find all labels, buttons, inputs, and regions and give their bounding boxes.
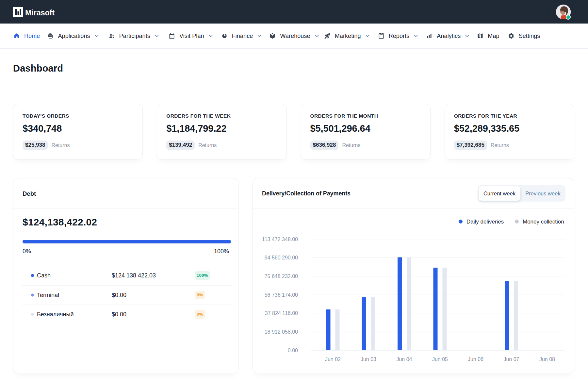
svg-text:Jun 04: Jun 04: [396, 356, 412, 362]
svg-text:37 824 116.00: 37 824 116.00: [265, 310, 298, 316]
svg-text:Jun 03: Jun 03: [361, 356, 376, 362]
svg-text:56 736 174.00: 56 736 174.00: [265, 292, 298, 298]
svg-text:18 912 058.00: 18 912 058.00: [265, 329, 298, 335]
svg-text:0.00: 0.00: [288, 348, 298, 353]
svg-text:94 560 290.00: 94 560 290.00: [265, 255, 298, 260]
svg-text:Jun 07: Jun 07: [503, 356, 519, 362]
svg-text:Jun 02: Jun 02: [325, 356, 341, 362]
svg-text:Daily deliveries: Daily deliveries: [466, 219, 504, 225]
svg-text:Jun 08: Jun 08: [539, 356, 555, 362]
svg-text:75 648 232.00: 75 648 232.00: [265, 273, 298, 279]
svg-text:Jun 05: Jun 05: [432, 356, 448, 362]
svg-text:Money collection: Money collection: [523, 219, 564, 225]
svg-text:Jun 06: Jun 06: [468, 356, 483, 362]
svg-text:113 472 348.00: 113 472 348.00: [262, 237, 298, 242]
